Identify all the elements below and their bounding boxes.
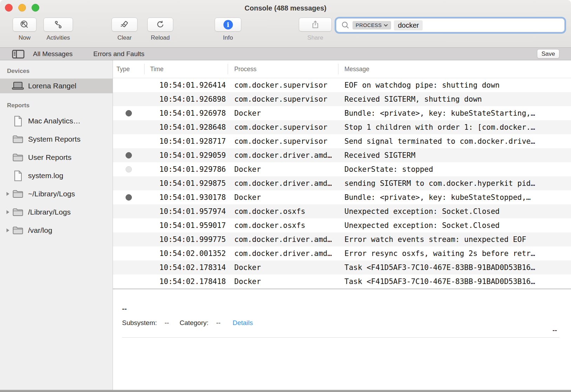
log-row[interactable]: 10:54:01.926978DockerBundle: <private>, …	[113, 106, 571, 120]
log-row[interactable]: 10:54:01.929059com.docker.driver.amd…Rec…	[113, 148, 571, 162]
tab-all-messages[interactable]: All Messages	[33, 48, 73, 60]
sidebar-item-user-reports[interactable]: User Reports	[0, 150, 113, 165]
info-button[interactable]: i	[215, 18, 241, 32]
share-label: Share	[307, 34, 323, 41]
log-view: Type Time Process Message 10:54:01.92641…	[113, 60, 571, 390]
folder-icon	[11, 190, 25, 198]
log-time: 10:54:01.959017	[145, 218, 228, 232]
toolbar: Now Activities	[0, 15, 571, 48]
log-type-cell	[113, 134, 145, 148]
clear-toolbar-item: Clear	[112, 18, 137, 41]
log-type-cell	[113, 204, 145, 218]
log-message: Error watch events stream: unexpected EO…	[338, 232, 571, 246]
window-chrome: Console (488 messages) Now	[0, 0, 571, 48]
folder-icon	[11, 208, 25, 216]
sidebar-item-mac-analytics[interactable]: Mac Analytics…	[0, 114, 113, 128]
log-process: com.docker.driver.amd…	[228, 246, 338, 261]
log-type-cell	[113, 218, 145, 232]
sidebar-item-var-log[interactable]: /var/log	[0, 223, 113, 238]
log-rows: 10:54:01.926414com.docker.supervisorEOF …	[113, 78, 571, 289]
share-button[interactable]	[299, 18, 332, 32]
info-toolbar-item: i Info	[215, 18, 241, 41]
disclosure-triangle-icon[interactable]	[4, 210, 11, 215]
log-process: com.docker.supervisor	[228, 120, 338, 134]
log-row[interactable]: 10:54:02.178314DockerTask <F41D5AF3-7C10…	[113, 261, 571, 275]
activities-icon	[54, 20, 63, 29]
clear-label: Clear	[117, 34, 132, 41]
log-process: com.docker.driver.amd…	[228, 148, 338, 162]
sidebar-item-system-reports[interactable]: System Reports	[0, 132, 113, 147]
disclosure-triangle-icon[interactable]	[4, 191, 11, 196]
detail-pane: -- Subsystem: -- Category: -- Details --	[113, 289, 571, 390]
search-filter-label: PROCESS	[356, 22, 382, 28]
log-row[interactable]: 10:54:01.929875com.docker.driver.amd…sen…	[113, 176, 571, 190]
content-area: Devices Lorena Rangel Reports	[0, 60, 571, 390]
activity-dot-dark	[126, 152, 132, 158]
log-type-cell	[113, 232, 145, 246]
sidebar-item-lorena-rangel[interactable]: Lorena Rangel	[0, 79, 113, 93]
column-header-message[interactable]: Message	[338, 60, 571, 78]
log-type-cell	[113, 162, 145, 176]
log-message: Unexpected exception: Socket.Closed	[338, 204, 571, 218]
log-type-cell	[113, 120, 145, 134]
info-label: Info	[223, 34, 233, 41]
reload-label: Reload	[151, 34, 170, 41]
reload-button[interactable]	[147, 18, 173, 32]
column-header-type[interactable]: Type	[113, 60, 145, 78]
activities-label: Activities	[46, 34, 70, 41]
log-type-cell	[113, 261, 145, 275]
log-row[interactable]: 10:54:01.999775com.docker.driver.amd…Err…	[113, 232, 571, 246]
log-row[interactable]: 10:54:01.929786DockerDockerState: stoppe…	[113, 162, 571, 176]
log-process: Docker	[228, 162, 338, 176]
search-query-token[interactable]: docker	[394, 20, 423, 31]
log-row[interactable]: 10:54:01.930178DockerBundle: <private>, …	[113, 190, 571, 204]
log-row[interactable]: 10:54:01.957974com.docker.osxfsUnexpecte…	[113, 204, 571, 218]
log-time: 10:54:01.928717	[145, 134, 228, 148]
sidebar-item-library-logs[interactable]: /Library/Logs	[0, 205, 113, 219]
jump-to-now-icon	[20, 20, 29, 29]
sidebar-item-label: /Library/Logs	[28, 208, 70, 216]
search-field[interactable]: PROCESS docker	[336, 18, 565, 32]
detail-divider	[122, 337, 559, 338]
console-window: Console (488 messages) Now	[0, 0, 571, 392]
chevron-down-icon	[384, 24, 388, 27]
log-message: Task <F41D5AF3-7C10-467E-83BB-91BAD0D53B…	[338, 261, 571, 275]
search-filter-token[interactable]: PROCESS	[352, 21, 391, 29]
log-row[interactable]: 10:54:02.178418DockerTask <F41D5AF3-7C10…	[113, 275, 571, 289]
log-message: Send signal terminated to com.docker.dri…	[338, 134, 571, 148]
detail-title: --	[122, 305, 571, 313]
category-label: Category:	[180, 319, 208, 327]
details-link[interactable]: Details	[233, 319, 253, 327]
disclosure-triangle-icon[interactable]	[4, 228, 11, 233]
filter-bar: All Messages Errors and Faults Save	[0, 48, 571, 60]
sidebar-item-user-library-logs[interactable]: ~/Library/Logs	[0, 187, 113, 201]
log-process: com.docker.driver.amd…	[228, 176, 338, 190]
log-message: Task <F41D5AF3-7C10-467E-83BB-91BAD0D53B…	[338, 275, 571, 289]
log-row[interactable]: 10:54:02.001352com.docker.driver.amd…Err…	[113, 246, 571, 261]
log-type-cell	[113, 78, 145, 92]
log-time: 10:54:01.926898	[145, 92, 228, 106]
sidebar-item-label: System Reports	[28, 135, 80, 143]
log-row[interactable]: 10:54:01.928648com.docker.supervisorStop…	[113, 120, 571, 134]
activities-button[interactable]	[43, 18, 73, 32]
now-toolbar-item: Now	[13, 18, 36, 41]
sidebar-item-label: Mac Analytics…	[28, 117, 80, 125]
save-button[interactable]: Save	[537, 49, 559, 59]
log-time: 10:54:01.929875	[145, 176, 228, 190]
log-time: 10:54:01.926414	[145, 78, 228, 92]
window-bottom-edge[interactable]	[0, 390, 571, 392]
log-row[interactable]: 10:54:01.928717com.docker.supervisorSend…	[113, 134, 571, 148]
column-header-process[interactable]: Process	[228, 60, 338, 78]
log-row[interactable]: 10:54:01.926898com.docker.supervisorRece…	[113, 92, 571, 106]
clear-button[interactable]	[112, 18, 137, 32]
log-row[interactable]: 10:54:01.959017com.docker.osxfsUnexpecte…	[113, 218, 571, 232]
sidebar-toggle-button[interactable]	[12, 50, 26, 58]
search-icon	[341, 21, 350, 29]
activity-dot-dark	[126, 110, 132, 116]
log-type-cell	[113, 148, 145, 162]
now-button[interactable]	[13, 18, 36, 32]
column-header-time[interactable]: Time	[145, 60, 228, 78]
sidebar-item-system-log[interactable]: system.log	[0, 168, 113, 183]
log-row[interactable]: 10:54:01.926414com.docker.supervisorEOF …	[113, 78, 571, 92]
tab-errors-and-faults[interactable]: Errors and Faults	[93, 48, 145, 60]
